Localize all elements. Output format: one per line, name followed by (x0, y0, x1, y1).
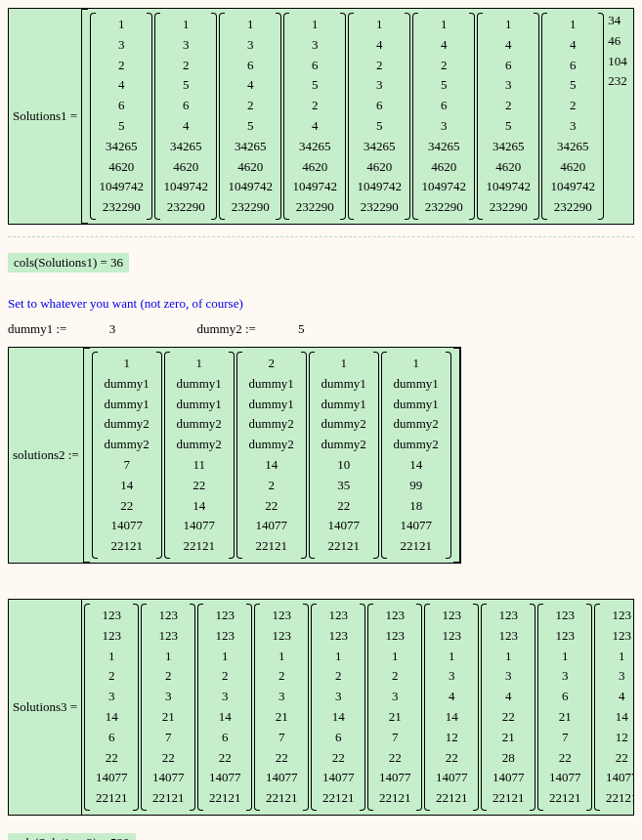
matrix-cell: 1049742 (420, 177, 467, 197)
matrix-cell: 22 (100, 496, 154, 517)
matrix-cell: 5 (162, 75, 209, 96)
matrix-column: 123123123217221407722121 (254, 604, 309, 811)
matrix-cell-partial: 232 (608, 71, 627, 92)
matrix-cell: dummy1 (389, 374, 444, 395)
matrix-cell: 4 (489, 687, 528, 707)
matrix-cell: 3 (262, 687, 301, 707)
matrix-cell: 22121 (244, 536, 299, 557)
matrix-cell: 14077 (100, 516, 154, 536)
matrix-cell: dummy1 (100, 374, 154, 395)
matrix-cell: 21 (149, 707, 188, 728)
matrix-cell: 1 (149, 647, 188, 667)
matrix-cell: 7 (545, 728, 584, 748)
matrix-column: 1425633426546201049742232290 (412, 13, 475, 220)
matrix-cell: 4620 (485, 157, 532, 178)
matrix-cell: 7 (375, 728, 414, 748)
matrix-cell: dummy1 (100, 395, 154, 415)
matrix-cell: 4 (291, 116, 338, 137)
matrix-cell: 1 (432, 647, 471, 667)
matrix-cell: 1 (545, 647, 584, 667)
matrix-cell-partial: 104 (608, 52, 627, 72)
matrix-cell: 22 (244, 496, 299, 517)
matrix-cell: 1 (375, 647, 414, 667)
matrix-cell: 5 (291, 75, 338, 96)
matrix-cell: dummy1 (172, 395, 227, 415)
matrix-cell: 14077 (205, 768, 244, 788)
matrix-cell: 123 (262, 626, 301, 647)
matrix-cell: 232290 (162, 197, 209, 218)
matrix-cell: 3 (92, 687, 131, 707)
matrix-cell: 3 (227, 35, 274, 56)
matrix-cell: 3 (420, 116, 467, 137)
matrix-cell: 123 (602, 626, 633, 647)
matrix-cell: 4 (356, 35, 403, 56)
matrix-cell: 34265 (227, 137, 274, 157)
matrix-cell: 2 (244, 354, 299, 374)
matrix-cell: 14077 (149, 768, 188, 788)
matrix-cell: 3 (319, 687, 358, 707)
matrix-cell: 123 (375, 626, 414, 647)
matrix-cell: 232290 (98, 197, 145, 218)
matrix-cell: 22 (317, 496, 371, 517)
matrix-cell: 2 (375, 666, 414, 687)
matrix-column: 1465233426546201049742232290 (541, 13, 604, 220)
matrix-column: 1365243426546201049742232290 (283, 13, 346, 220)
matrix-cell: 2 (420, 56, 467, 76)
matrix-column: 1dummy1dummy1dummy2dummy2112214140772212… (164, 352, 235, 559)
matrix-cell: 6 (356, 96, 403, 116)
matrix-cell: 22121 (262, 788, 301, 809)
matrix-cell: 22 (545, 748, 584, 769)
matrix-column: 1324653426546201049742232290 (90, 13, 152, 220)
matrix-cell: 123 (545, 626, 584, 647)
cols-solutions1-result: cols(Solutions1) = 36 (8, 253, 129, 273)
matrix-cell: 1 (319, 647, 358, 667)
matrix-cell: 1 (100, 354, 154, 374)
matrix-cell: 1 (602, 647, 633, 667)
matrix-cell: 232290 (227, 197, 274, 218)
matrix-cell: 3 (375, 687, 414, 707)
matrix-cell: 1 (262, 647, 301, 667)
matrix-cell: 21 (545, 707, 584, 728)
matrix-cell: 232290 (291, 197, 338, 218)
matrix-cell: 6 (98, 96, 145, 116)
matrix-cell: 6 (420, 96, 467, 116)
matrix-cell: 123 (602, 606, 633, 626)
matrix-cell: 3 (98, 35, 145, 56)
matrix-cell: 6 (92, 728, 131, 748)
matrix-cell: 22121 (389, 536, 444, 557)
matrix-cell: 34265 (162, 137, 209, 157)
matrix-cell: 14 (172, 496, 227, 517)
matrix-cell: 2 (356, 56, 403, 76)
matrix-cell: 1049742 (291, 177, 338, 197)
matrix-cell: 4 (98, 75, 145, 96)
matrix-cell: 22 (205, 748, 244, 769)
matrix-cell: 6 (549, 56, 596, 76)
matrix-cell: 14077 (317, 516, 371, 536)
matrix-cell: 18 (389, 496, 444, 517)
matrix-cell: 4 (227, 75, 274, 96)
matrix-cell: 3 (149, 687, 188, 707)
matrix-cell: 21 (489, 728, 528, 748)
solutions2-label: solutions2 := (9, 447, 83, 463)
matrix-column: 1231231342221281407722121 (481, 604, 535, 811)
matrix-cell: 3 (432, 666, 471, 687)
dummy-assignments: dummy1 := 3 dummy2 := 5 (8, 321, 634, 337)
solutions3-label: Solutions3 = (9, 699, 81, 715)
matrix-cell: 3 (356, 75, 403, 96)
matrix-cell: dummy1 (244, 374, 299, 395)
matrix-cell: 123 (205, 626, 244, 647)
matrix-cell: 14 (205, 707, 244, 728)
matrix-cell: 22121 (375, 788, 414, 809)
matrix-cell: 123 (205, 606, 244, 626)
matrix-cell: 123 (545, 606, 584, 626)
matrix-cell: 34265 (485, 137, 532, 157)
matrix-cell: 99 (389, 476, 444, 496)
matrix-cell: 1049742 (549, 177, 596, 197)
matrix-cell: dummy1 (317, 374, 371, 395)
matrix-cell: 3 (485, 75, 532, 96)
matrix-cell: 14077 (545, 768, 584, 788)
matrix-cell: 2 (319, 666, 358, 687)
matrix-cell: 6 (319, 728, 358, 748)
matrix-cell: 123 (319, 606, 358, 626)
matrix-column: 123123123146221407722121 (84, 604, 139, 811)
